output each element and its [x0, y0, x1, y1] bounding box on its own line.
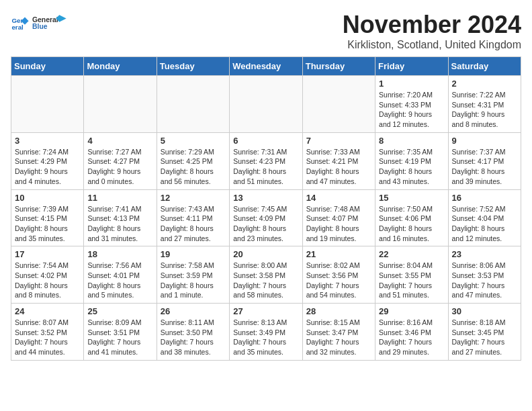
day-number: 8 [379, 136, 444, 146]
calendar-cell: 10Sunrise: 7:39 AM Sunset: 4:15 PM Dayli… [11, 189, 84, 246]
title-area: November 2024 Kirkliston, Scotland, Unit… [343, 11, 521, 51]
day-info: Sunrise: 7:35 AM Sunset: 4:19 PM Dayligh… [379, 147, 444, 187]
day-info: Sunrise: 7:45 AM Sunset: 4:09 PM Dayligh… [233, 204, 298, 244]
day-number: 19 [161, 249, 226, 259]
day-number: 3 [15, 136, 80, 146]
day-info: Sunrise: 7:50 AM Sunset: 4:06 PM Dayligh… [379, 204, 444, 244]
logo-bird-icon: General Blue [32, 11, 67, 35]
day-info: Sunrise: 8:02 AM Sunset: 3:56 PM Dayligh… [306, 261, 371, 300]
calendar-cell: 18Sunrise: 7:56 AM Sunset: 4:01 PM Dayli… [84, 246, 157, 304]
day-number: 10 [15, 193, 80, 203]
location-title: Kirkliston, Scotland, United Kingdom [343, 39, 521, 51]
day-info: Sunrise: 7:29 AM Sunset: 4:25 PM Dayligh… [161, 147, 226, 187]
day-number: 27 [233, 306, 298, 316]
day-number: 11 [87, 193, 152, 203]
day-info: Sunrise: 8:15 AM Sunset: 3:47 PM Dayligh… [306, 318, 371, 357]
day-number: 26 [161, 306, 226, 316]
header: Gen eral General Blue November 2024 Kirk… [11, 11, 521, 51]
day-info: Sunrise: 7:58 AM Sunset: 3:59 PM Dayligh… [161, 261, 226, 300]
calendar-cell: 1Sunrise: 7:20 AM Sunset: 4:33 PM Daylig… [375, 76, 448, 133]
day-number: 7 [306, 136, 371, 146]
day-info: Sunrise: 7:56 AM Sunset: 4:01 PM Dayligh… [87, 261, 152, 300]
weekday-header-sunday: Sunday [11, 57, 84, 76]
day-info: Sunrise: 7:20 AM Sunset: 4:33 PM Dayligh… [379, 90, 444, 130]
calendar-cell: 28Sunrise: 8:15 AM Sunset: 3:47 PM Dayli… [302, 304, 375, 361]
day-number: 12 [161, 193, 226, 203]
weekday-header-monday: Monday [84, 57, 157, 76]
calendar-cell: 13Sunrise: 7:45 AM Sunset: 4:09 PM Dayli… [230, 189, 302, 246]
svg-text:General: General [32, 16, 58, 24]
day-number: 15 [379, 193, 444, 203]
calendar-cell: 27Sunrise: 8:13 AM Sunset: 3:49 PM Dayli… [230, 304, 302, 361]
calendar-week-row: 3Sunrise: 7:24 AM Sunset: 4:29 PM Daylig… [11, 132, 521, 189]
day-info: Sunrise: 7:39 AM Sunset: 4:15 PM Dayligh… [15, 204, 80, 244]
calendar-cell: 29Sunrise: 8:16 AM Sunset: 3:46 PM Dayli… [375, 304, 448, 361]
calendar-cell: 17Sunrise: 7:54 AM Sunset: 4:02 PM Dayli… [11, 246, 84, 304]
day-info: Sunrise: 7:41 AM Sunset: 4:13 PM Dayligh… [87, 204, 152, 244]
day-info: Sunrise: 8:00 AM Sunset: 3:58 PM Dayligh… [233, 261, 298, 300]
day-info: Sunrise: 8:04 AM Sunset: 3:55 PM Dayligh… [379, 261, 444, 300]
calendar-week-row: 10Sunrise: 7:39 AM Sunset: 4:15 PM Dayli… [11, 189, 521, 246]
day-number: 29 [379, 306, 444, 316]
weekday-header-saturday: Saturday [448, 57, 521, 76]
calendar-cell [157, 76, 229, 133]
calendar-cell: 11Sunrise: 7:41 AM Sunset: 4:13 PM Dayli… [84, 189, 157, 246]
calendar-cell: 16Sunrise: 7:52 AM Sunset: 4:04 PM Dayli… [448, 189, 521, 246]
day-number: 6 [233, 136, 298, 146]
calendar-table: SundayMondayTuesdayWednesdayThursdayFrid… [11, 56, 521, 361]
day-info: Sunrise: 8:13 AM Sunset: 3:49 PM Dayligh… [233, 318, 298, 357]
day-number: 18 [87, 249, 152, 259]
day-number: 16 [452, 193, 517, 203]
day-number: 23 [452, 249, 517, 259]
calendar-cell: 21Sunrise: 8:02 AM Sunset: 3:56 PM Dayli… [302, 246, 375, 304]
calendar-cell: 22Sunrise: 8:04 AM Sunset: 3:55 PM Dayli… [375, 246, 448, 304]
calendar-week-row: 17Sunrise: 7:54 AM Sunset: 4:02 PM Dayli… [11, 246, 521, 304]
weekday-header-thursday: Thursday [302, 57, 375, 76]
calendar-cell: 23Sunrise: 8:06 AM Sunset: 3:53 PM Dayli… [448, 246, 521, 304]
calendar-week-row: 24Sunrise: 8:07 AM Sunset: 3:52 PM Dayli… [11, 304, 521, 361]
day-number: 4 [87, 136, 152, 146]
day-number: 2 [452, 79, 517, 89]
calendar-cell: 26Sunrise: 8:11 AM Sunset: 3:50 PM Dayli… [157, 304, 229, 361]
day-info: Sunrise: 8:16 AM Sunset: 3:46 PM Dayligh… [379, 318, 444, 357]
calendar-cell [302, 76, 375, 133]
day-number: 1 [379, 79, 444, 89]
weekday-header-wednesday: Wednesday [230, 57, 302, 76]
day-info: Sunrise: 7:31 AM Sunset: 4:23 PM Dayligh… [233, 147, 298, 187]
day-info: Sunrise: 7:43 AM Sunset: 4:11 PM Dayligh… [161, 204, 226, 244]
calendar-cell: 6Sunrise: 7:31 AM Sunset: 4:23 PM Daylig… [230, 132, 302, 189]
calendar-cell: 3Sunrise: 7:24 AM Sunset: 4:29 PM Daylig… [11, 132, 84, 189]
day-info: Sunrise: 7:37 AM Sunset: 4:17 PM Dayligh… [452, 147, 517, 187]
day-number: 30 [452, 306, 517, 316]
day-info: Sunrise: 8:11 AM Sunset: 3:50 PM Dayligh… [161, 318, 226, 357]
weekday-header-tuesday: Tuesday [157, 57, 229, 76]
day-number: 22 [379, 249, 444, 259]
day-info: Sunrise: 7:48 AM Sunset: 4:07 PM Dayligh… [306, 204, 371, 244]
calendar-cell: 19Sunrise: 7:58 AM Sunset: 3:59 PM Dayli… [157, 246, 229, 304]
day-number: 5 [161, 136, 226, 146]
calendar-cell [230, 76, 302, 133]
day-number: 24 [15, 306, 80, 316]
weekday-header-row: SundayMondayTuesdayWednesdayThursdayFrid… [11, 57, 521, 76]
calendar-cell: 9Sunrise: 7:37 AM Sunset: 4:17 PM Daylig… [448, 132, 521, 189]
calendar-cell: 7Sunrise: 7:33 AM Sunset: 4:21 PM Daylig… [302, 132, 375, 189]
day-info: Sunrise: 8:09 AM Sunset: 3:51 PM Dayligh… [87, 318, 152, 357]
day-number: 20 [233, 249, 298, 259]
logo: Gen eral General Blue [11, 11, 67, 35]
day-info: Sunrise: 8:06 AM Sunset: 3:53 PM Dayligh… [452, 261, 517, 300]
day-info: Sunrise: 7:54 AM Sunset: 4:02 PM Dayligh… [15, 261, 80, 300]
calendar-cell: 24Sunrise: 8:07 AM Sunset: 3:52 PM Dayli… [11, 304, 84, 361]
day-info: Sunrise: 7:52 AM Sunset: 4:04 PM Dayligh… [452, 204, 517, 244]
calendar-cell: 8Sunrise: 7:35 AM Sunset: 4:19 PM Daylig… [375, 132, 448, 189]
day-info: Sunrise: 7:27 AM Sunset: 4:27 PM Dayligh… [87, 147, 152, 187]
day-info: Sunrise: 7:24 AM Sunset: 4:29 PM Dayligh… [15, 147, 80, 187]
calendar-cell: 30Sunrise: 8:18 AM Sunset: 3:45 PM Dayli… [448, 304, 521, 361]
day-number: 28 [306, 306, 371, 316]
day-info: Sunrise: 7:33 AM Sunset: 4:21 PM Dayligh… [306, 147, 371, 187]
calendar-cell: 5Sunrise: 7:29 AM Sunset: 4:25 PM Daylig… [157, 132, 229, 189]
logo-icon: Gen eral [11, 13, 30, 32]
day-number: 9 [452, 136, 517, 146]
calendar-cell: 20Sunrise: 8:00 AM Sunset: 3:58 PM Dayli… [230, 246, 302, 304]
calendar-cell [84, 76, 157, 133]
month-title: November 2024 [343, 11, 521, 39]
